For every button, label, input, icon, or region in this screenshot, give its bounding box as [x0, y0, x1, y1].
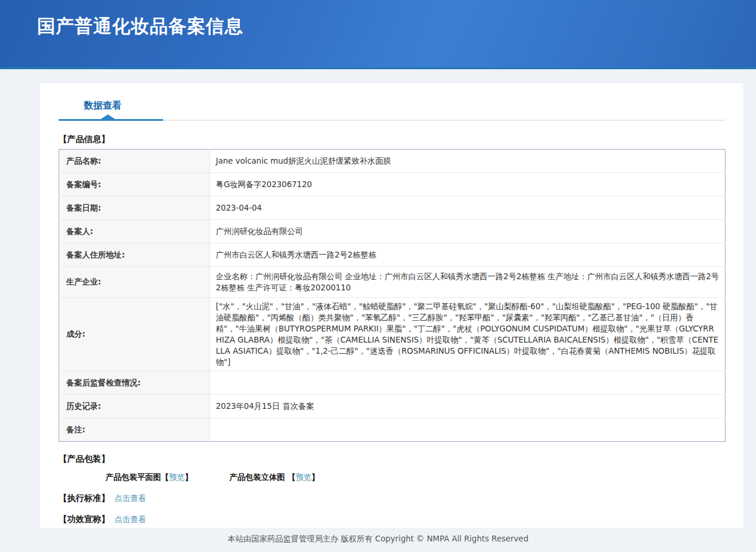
- table-row: 历史记录: 2023年04月15日 首次备案: [59, 395, 726, 418]
- section-product-info: 【产品信息】: [59, 134, 726, 145]
- tab-caret-icon: [101, 114, 115, 119]
- table-row: 备注:: [59, 418, 726, 442]
- row-value: ["水"，"火山泥"，"甘油"，"液体石蜡"，"鲸蜡硬脂醇"，"聚二甲基硅氧烷"…: [210, 298, 726, 371]
- page-footer: 本站由国家药品监督管理局主办 版权所有 Copyright © NMPA All…: [0, 528, 756, 550]
- row-value: Jane volcanic mud妍泥火山泥舒缓紧致补水面膜: [210, 150, 726, 173]
- packaging-flat-preview-link[interactable]: 预览: [169, 472, 185, 482]
- row-label: 生产企业:: [59, 267, 210, 298]
- efficacy-row: 【功效宣称】点击查看: [59, 514, 726, 525]
- row-label: 备案编号:: [59, 173, 210, 197]
- row-label: 备案人住所地址:: [59, 243, 210, 267]
- row-value: [210, 371, 726, 395]
- table-row: 备案人住所地址: 广州市白云区人和镇秀水塘西一路2号2栋整栋: [59, 243, 726, 267]
- packaging-stereo-item: 产品包装立体图 【预览】: [229, 472, 319, 482]
- tab-data-view[interactable]: 数据查看: [84, 100, 121, 112]
- page-title: 国产普通化妆品备案信息: [37, 14, 756, 39]
- table-row: 产品名称: Jane volcanic mud妍泥火山泥舒缓紧致补水面膜: [59, 150, 726, 173]
- packaging-stereo-label: 产品包装立体图: [229, 472, 285, 482]
- section-efficacy: 【功效宣称】: [59, 514, 110, 524]
- row-label: 成分:: [59, 298, 210, 371]
- section-packaging: 【产品包装】: [59, 453, 726, 465]
- packaging-stereo-preview-link[interactable]: 预览: [296, 472, 311, 482]
- table-row: 备案日期: 2023-04-04: [59, 197, 726, 220]
- tab-bar: 数据查看: [59, 99, 726, 121]
- row-label: 备案人:: [59, 220, 210, 243]
- row-value: [210, 418, 726, 442]
- row-label: 产品名称:: [59, 150, 210, 173]
- table-row: 生产企业: 企业名称：广州润研化妆品有限公司 企业地址：广州市白云区人和镇秀水塘…: [59, 267, 726, 298]
- standard-row: 【执行标准】点击查看: [59, 493, 726, 504]
- efficacy-view-link[interactable]: 点击查看: [114, 514, 146, 524]
- packaging-links-row: 产品包装平面图【预览】 产品包装立体图 【预览】: [106, 472, 726, 483]
- table-row: 备案人: 广州润研化妆品有限公司: [59, 220, 726, 243]
- bracket-open: 【: [161, 472, 169, 482]
- table-row: 备案后监督检查情况:: [59, 371, 726, 395]
- tab-active-underline: [59, 119, 163, 121]
- standard-view-link[interactable]: 点击查看: [114, 493, 146, 503]
- section-standard: 【执行标准】: [59, 493, 110, 503]
- packaging-flat-item: 产品包装平面图【预览】: [106, 472, 193, 482]
- packaging-flat-label: 产品包装平面图: [106, 472, 161, 482]
- row-value: 广州市白云区人和镇秀水塘西一路2号2栋整栋: [210, 243, 726, 267]
- row-value: 广州润研化妆品有限公司: [210, 220, 726, 243]
- content-card: 数据查看 【产品信息】 产品名称: Jane volcanic mud妍泥火山泥…: [40, 83, 743, 528]
- row-label: 历史记录:: [59, 395, 210, 418]
- row-value: 企业名称：广州润研化妆品有限公司 企业地址：广州市白云区人和镇秀水塘西一路2号2…: [210, 267, 726, 298]
- row-value: 2023-04-04: [210, 197, 726, 220]
- row-label: 备案日期:: [59, 197, 210, 220]
- bracket-close: 】: [311, 472, 320, 482]
- row-label: 备注:: [59, 418, 210, 442]
- row-value: 2023年04月15日 首次备案: [210, 395, 726, 418]
- row-label: 备案后监督检查情况:: [59, 371, 210, 395]
- product-info-table: 产品名称: Jane volcanic mud妍泥火山泥舒缓紧致补水面膜 备案编…: [59, 149, 726, 442]
- bracket-open: 【: [287, 472, 296, 482]
- table-row: 备案编号: 粤G妆网备字2023067120: [59, 173, 726, 197]
- row-value: 粤G妆网备字2023067120: [210, 173, 726, 197]
- table-row: 成分: ["水"，"火山泥"，"甘油"，"液体石蜡"，"鲸蜡硬脂醇"，"聚二甲基…: [59, 298, 726, 371]
- page-header: 国产普通化妆品备案信息: [0, 0, 756, 69]
- bracket-close: 】: [185, 472, 193, 482]
